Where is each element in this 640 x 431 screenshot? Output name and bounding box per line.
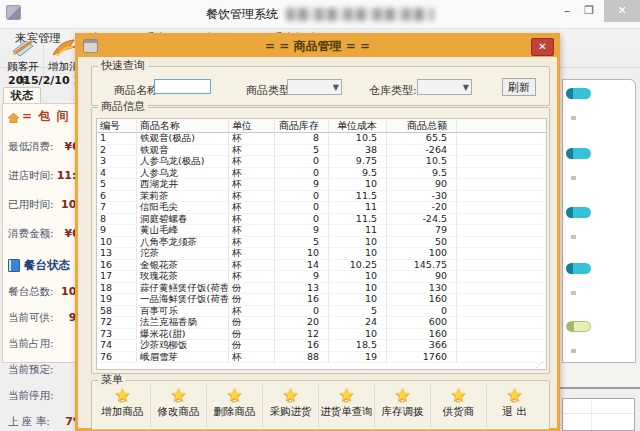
cell-name: 铁观音(极品): [137, 133, 229, 144]
cell-unit-cost: 10: [329, 179, 387, 190]
table-row[interactable]: 73 爆米花(甜) 份 12 10 160: [97, 329, 546, 341]
order-pen-icon: [10, 37, 36, 59]
product-name-input[interactable]: [154, 79, 211, 94]
table-row[interactable]: 5 西湖龙井 杯 9 10 90: [97, 179, 546, 191]
cell-unit: 杯: [229, 133, 275, 144]
cell-id: 72: [97, 317, 137, 328]
cell-unit: 杯: [229, 352, 275, 363]
cell-id: 9: [97, 225, 137, 236]
col-total: 商品总额: [387, 119, 457, 132]
cell-id: 19: [97, 294, 137, 305]
warehouse-type-select[interactable]: ▼: [417, 79, 472, 95]
star-icon: ★: [431, 385, 486, 405]
chevron-down-icon: ▼: [463, 83, 469, 92]
table-capsule-icon: [566, 148, 591, 159]
cell-unit-cost: 11: [329, 225, 387, 236]
cell-unit-cost: 24: [329, 317, 387, 328]
table-row[interactable]: 9 黄山毛峰 杯 9 11 79: [97, 225, 546, 237]
refresh-button[interactable]: 刷新: [502, 78, 536, 96]
table-body: 1 铁观音(极品) 杯 8 10.5 65.5 2 铁观音 杯 5 38: [97, 133, 546, 363]
field-label: 已用时间:: [8, 198, 54, 212]
cell-name: 爆米花(甜): [137, 329, 229, 340]
cell-id: 7: [97, 202, 137, 213]
cell-unit-cost: 10: [329, 329, 387, 340]
cell-stock: 9: [275, 179, 329, 190]
product-type-select[interactable]: ▼: [287, 79, 342, 95]
tab-status[interactable]: 状态: [3, 87, 41, 104]
cell-filler: [457, 168, 546, 179]
cell-name: 茉莉茶: [137, 191, 229, 202]
cell-unit-cost: 10.25: [329, 260, 387, 271]
cell-stock: 16: [275, 340, 329, 351]
menu-buttons: ★ 增加商品 ★ 修改商品 ★ 删除商品 ★ 采购进货: [95, 385, 542, 427]
cell-filler: [457, 352, 546, 363]
menu-button[interactable]: ★ 增加商品: [95, 385, 150, 427]
maximize-button[interactable]: ❐: [582, 4, 596, 18]
cell-id: 13: [97, 248, 137, 259]
cell-unit: 杯: [229, 156, 275, 167]
table-row[interactable]: 58 百事可乐 杯 0 5 0: [97, 306, 546, 318]
product-table[interactable]: 编号 商品名称 单位 商品库存 单位成本 商品总额 1 铁观音(极品) 杯 8 …: [96, 118, 547, 370]
close-button[interactable]: ✕: [604, 0, 640, 22]
star-icon: ★: [95, 385, 150, 405]
cell-filler: [457, 202, 546, 213]
cell-unit-cost: 10: [329, 248, 387, 259]
menu-button[interactable]: ★ 采购进货: [262, 385, 318, 427]
table-row[interactable]: 19 一品海鲜煲仔饭(荷香) 份 16 10 160: [97, 294, 546, 306]
cell-stock: 13: [275, 283, 329, 294]
menu-button[interactable]: ★ 库存调拨: [374, 385, 430, 427]
resize-grip[interactable]: ⋰: [536, 362, 544, 368]
table-row[interactable]: 10 八角亭龙须茶 杯 5 10 50: [97, 237, 546, 249]
cell-stock: 0: [275, 156, 329, 167]
table-row[interactable]: 76 峨眉雪芽 杯 88 19 1760: [97, 352, 546, 364]
menu-button[interactable]: ★ 进货单查询: [318, 385, 374, 427]
cell-name: 金银花茶: [137, 260, 229, 271]
cell-unit: 份: [229, 317, 275, 328]
minimize-button[interactable]: –: [560, 4, 574, 18]
menu-button[interactable]: ★ 退 出: [486, 385, 542, 427]
cell-filler: [457, 317, 546, 328]
cell-unit-cost: 10: [329, 237, 387, 248]
col-id: 编号: [97, 119, 137, 132]
table-row[interactable]: 13 沱茶 杯 10 10 100: [97, 248, 546, 260]
dialog-title: = = 商品管理 = =: [78, 38, 557, 55]
dialog-titlebar[interactable]: = = 商品管理 = = ✕: [78, 36, 557, 57]
table-row[interactable]: 8 洞庭碧螺春 杯 0 11.5 -24.5: [97, 214, 546, 226]
cell-unit-cost: 19: [329, 352, 387, 363]
cell-id: 5: [97, 179, 137, 190]
table-row[interactable]: 74 沙茶鸡柳饭 份 16 18.5 366: [97, 340, 546, 352]
cell-unit: 杯: [229, 237, 275, 248]
cell-unit-cost: 5: [329, 306, 387, 317]
table-row[interactable]: 6 茉莉茶 杯 0 11.5 -30: [97, 191, 546, 203]
home-icon: [8, 112, 19, 122]
cell-total: 160: [387, 294, 457, 305]
cell-stock: 10: [275, 248, 329, 259]
table-row[interactable]: 1 铁观音(极品) 杯 8 10.5 65.5: [97, 133, 546, 145]
star-icon: ★: [319, 385, 374, 405]
menu-button[interactable]: ★ 供货商: [430, 385, 486, 427]
dialog-close-button[interactable]: ✕: [531, 38, 554, 56]
book-icon: [8, 259, 20, 272]
cell-name: 铁观音: [137, 145, 229, 156]
table-row[interactable]: 2 铁观音 杯 5 38 -264: [97, 145, 546, 157]
cell-unit-cost: 11.5: [329, 214, 387, 225]
cell-id: 76: [97, 352, 137, 363]
table-row[interactable]: 18 蒜仔黄鳝煲仔饭(荷香) 份 13 10 130: [97, 283, 546, 295]
cell-total: 366: [387, 340, 457, 351]
table-row[interactable]: 17 玫瑰花茶 杯 9 10 90: [97, 271, 546, 283]
table-row[interactable]: 4 人参乌龙 杯 0 9.5 9.5: [97, 168, 546, 180]
table-row[interactable]: 72 法兰克福香肠 份 20 24 600: [97, 317, 546, 329]
table-row[interactable]: 3 人参乌龙(极品) 杯 0 9.75 10.5: [97, 156, 546, 168]
table-row[interactable]: 7 信阳毛尖 杯 0 11 -20: [97, 202, 546, 214]
menu-button[interactable]: ★ 修改商品: [150, 385, 206, 427]
table-status-title: 餐台状态: [24, 258, 70, 273]
cell-stock: 0: [275, 202, 329, 213]
cell-total: 79: [387, 225, 457, 236]
col-filler: [457, 119, 546, 132]
room-map-panel: [562, 79, 636, 363]
menu-button[interactable]: ★ 删除商品: [206, 385, 262, 427]
table-row[interactable]: 16 金银花茶 杯 14 10.25 145.75: [97, 260, 546, 272]
product-management-dialog: = = 商品管理 = = ✕ 快速查询 商品名称: 商品类型: ▼ 仓库类型: …: [75, 33, 560, 431]
cell-unit-cost: 10: [329, 283, 387, 294]
table-capsule-icon: [566, 263, 591, 274]
